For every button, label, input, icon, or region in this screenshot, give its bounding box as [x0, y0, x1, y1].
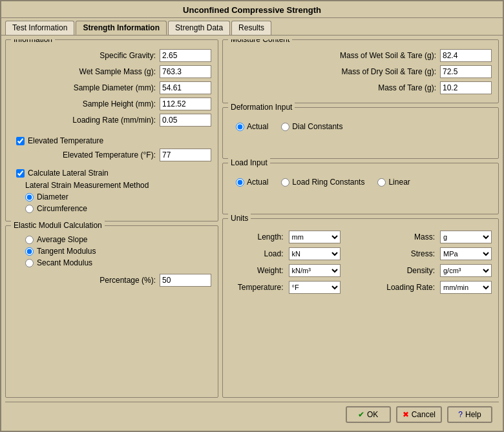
elastic-moduli-panel-title: Elastic Moduli Calculation	[11, 221, 105, 230]
tangent-modulus-radio[interactable]	[25, 247, 34, 256]
calc-lateral-strain-checkbox-row: Calculate Lateral Strain	[12, 169, 211, 178]
dry-soil-tare-label: Mass of Dry Soil & Tare (g):	[229, 67, 440, 76]
load-actual-label: Actual	[247, 178, 268, 187]
loading-rate-select[interactable]: mm/minin/min	[440, 281, 492, 294]
help-icon: ?	[458, 410, 463, 419]
secant-modulus-radio[interactable]	[25, 259, 34, 267]
sample-height-input[interactable]	[160, 98, 211, 110]
temperature-label: Temperature:	[229, 283, 284, 292]
average-slope-radio-row: Average Slope	[12, 235, 211, 244]
load-input-panel: Load Input Actual Load Ring Constants	[222, 163, 499, 214]
ok-label: OK	[367, 410, 378, 419]
elastic-moduli-panel: Elastic Moduli Calculation Average Slope…	[5, 225, 218, 398]
length-select[interactable]: mminft	[289, 231, 341, 243]
circumference-label: Circumference	[37, 204, 87, 213]
sample-diameter-row: Sample Diameter (mm):	[12, 81, 211, 94]
information-panel: Information Specific Gravity: Wet Sample…	[5, 39, 218, 221]
help-label: Help	[465, 410, 481, 419]
load-label: Load:	[229, 249, 284, 258]
percentage-label: Percentage (%):	[12, 276, 160, 285]
dry-soil-tare-input[interactable]	[440, 65, 492, 78]
deformation-actual-radio[interactable]	[236, 123, 244, 131]
density-label: Density:	[378, 266, 435, 275]
load-actual-radio[interactable]	[236, 178, 244, 187]
load-actual-item: Actual	[236, 178, 268, 187]
average-slope-label: Average Slope	[37, 235, 88, 244]
diameter-radio-row: Diameter	[12, 192, 211, 201]
elevated-temp-checkbox-row: Elevated Temperature	[12, 136, 211, 145]
sample-diameter-input[interactable]	[160, 81, 211, 94]
right-column: Moisture Content Mass of Wet Soil & Tare…	[222, 39, 499, 398]
load-ring-label: Load Ring Constants	[292, 178, 364, 187]
window-title: Unconfined Compressive Strength	[183, 5, 321, 15]
specific-gravity-input[interactable]	[160, 49, 211, 62]
main-panels: Information Specific Gravity: Wet Sample…	[5, 39, 499, 398]
ok-button[interactable]: ✔ OK	[346, 406, 391, 423]
tare-label: Mass of Tare (g):	[229, 83, 440, 92]
load-linear-label: Linear	[388, 178, 410, 187]
wet-sample-mass-row: Wet Sample Mass (g):	[12, 65, 211, 78]
deformation-input-panel: Deformation Input Actual Dial Constants	[222, 107, 499, 159]
wet-soil-tare-input[interactable]	[440, 49, 492, 62]
help-button[interactable]: ? Help	[447, 406, 492, 423]
content-area: Information Specific Gravity: Wet Sample…	[1, 35, 503, 431]
load-select[interactable]: kNNlbf	[289, 247, 341, 260]
specific-gravity-row: Specific Gravity:	[12, 49, 211, 62]
tare-input[interactable]	[440, 81, 492, 94]
elevated-temp-value-row: Elevated Temperature (°F):	[12, 149, 211, 161]
wet-sample-mass-input[interactable]	[160, 65, 211, 78]
left-column: Information Specific Gravity: Wet Sample…	[5, 39, 218, 398]
load-linear-item: Linear	[377, 178, 410, 187]
calc-lateral-strain-label: Calculate Lateral Strain	[28, 169, 109, 178]
information-panel-title: Information	[11, 39, 55, 44]
average-slope-radio[interactable]	[25, 236, 34, 244]
percentage-input[interactable]	[160, 274, 211, 287]
mass-label: Mass:	[378, 232, 435, 242]
deformation-input-panel-title: Deformation Input	[228, 103, 295, 112]
mass-select[interactable]: gkglb	[440, 231, 492, 243]
deformation-actual-label: Actual	[247, 122, 268, 131]
sample-height-row: Sample Height (mm):	[12, 98, 211, 110]
deformation-dial-item: Dial Constants	[281, 122, 342, 131]
tab-strength-data[interactable]: Strength Data	[168, 21, 230, 35]
circumference-radio[interactable]	[25, 205, 34, 213]
lateral-strain-method-label: Lateral Strain Measurement Method	[25, 181, 149, 190]
length-label: Length:	[229, 232, 284, 242]
circumference-radio-row: Circumference	[12, 204, 211, 213]
dry-soil-tare-row: Mass of Dry Soil & Tare (g):	[229, 65, 492, 78]
load-ring-item: Load Ring Constants	[281, 178, 364, 187]
secant-modulus-radio-row: Secant Modulus	[12, 258, 211, 267]
stress-select[interactable]: MPakPapsi	[440, 247, 492, 260]
elevated-temp-value-label: Elevated Temperature (°F):	[12, 150, 160, 159]
tangent-modulus-label: Tangent Modulus	[37, 247, 96, 256]
cancel-label: Cancel	[412, 410, 436, 419]
loading-rate-input[interactable]	[160, 114, 211, 127]
bottom-bar: ✔ OK ✖ Cancel ? Help	[5, 402, 499, 427]
temperature-select[interactable]: °F°C	[289, 281, 341, 294]
stress-label: Stress:	[378, 249, 435, 258]
load-linear-radio[interactable]	[377, 178, 386, 187]
diameter-radio[interactable]	[25, 193, 34, 201]
tare-row: Mass of Tare (g):	[229, 81, 492, 94]
loading-rate-row: Loading Rate (mm/min):	[12, 114, 211, 127]
units-panel: Units Length: mminft Mass: gkglb L	[222, 218, 499, 398]
elevated-temp-value-input[interactable]	[160, 149, 211, 161]
moisture-content-panel-title: Moisture Content	[228, 39, 292, 44]
density-select[interactable]: g/cm³kg/m³	[440, 264, 492, 277]
tab-strength-information[interactable]: Strength Information	[76, 21, 167, 35]
load-ring-radio[interactable]	[281, 178, 289, 187]
deformation-actual-item: Actual	[236, 122, 268, 131]
load-radio-group: Actual Load Ring Constants Linear	[229, 172, 492, 192]
loading-rate-units-label: Loading Rate:	[378, 283, 435, 292]
elevated-temp-checkbox[interactable]	[16, 137, 25, 145]
diameter-label: Diameter	[37, 192, 68, 201]
tab-test-information[interactable]: Test Information	[5, 21, 74, 35]
deformation-dial-radio[interactable]	[281, 123, 289, 131]
deformation-radio-group: Actual Dial Constants	[229, 117, 492, 136]
tab-results[interactable]: Results	[231, 21, 271, 35]
weight-select[interactable]: kN/m³N/m³	[289, 264, 341, 277]
secant-modulus-label: Secant Modulus	[37, 258, 92, 267]
elevated-temp-label: Elevated Temperature	[28, 136, 103, 145]
cancel-button[interactable]: ✖ Cancel	[396, 406, 442, 423]
calc-lateral-strain-checkbox[interactable]	[16, 169, 25, 178]
